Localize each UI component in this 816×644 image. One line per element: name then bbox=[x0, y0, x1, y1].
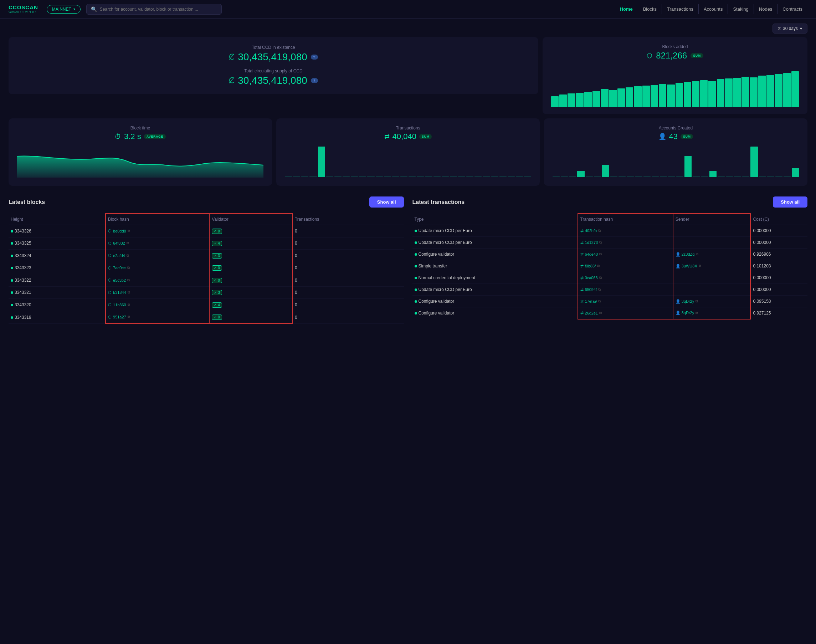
copy-icon[interactable]: ⧉ bbox=[599, 311, 602, 315]
copy-icon[interactable]: ⧉ bbox=[695, 299, 698, 304]
block-icon: ⬡ bbox=[108, 302, 112, 307]
hash-link[interactable]: 17efa9 bbox=[585, 299, 597, 304]
mini-bar bbox=[577, 171, 584, 177]
copy-icon[interactable]: ⧉ bbox=[599, 240, 602, 245]
table-row[interactable]: Configure validator ⇄ 17efa9 ⧉ 👤 3qDr2y … bbox=[412, 296, 808, 307]
hash-link[interactable]: b31844 bbox=[113, 290, 126, 294]
hash-link[interactable]: 7ae0cc bbox=[113, 266, 126, 270]
sender-link[interactable]: 👤 3qDr2y ⧉ bbox=[675, 311, 748, 315]
validator-cell: ✓3 bbox=[209, 286, 292, 299]
block-icon: ⬡ bbox=[108, 253, 112, 258]
hash-link[interactable]: e2afd4 bbox=[113, 253, 125, 258]
blocks-icon: ⬡ bbox=[647, 52, 652, 60]
nav-blocks[interactable]: Blocks bbox=[638, 4, 662, 14]
nav-transactions[interactable]: Transactions bbox=[662, 4, 699, 14]
hash-link[interactable]: 64f832 bbox=[113, 241, 125, 245]
mini-bar bbox=[619, 176, 626, 177]
header: CCOSCAN version 1.5.21/1.8.1 MAINNET ▾ 🔍… bbox=[0, 0, 816, 18]
nav-nodes[interactable]: Nodes bbox=[754, 4, 778, 14]
col-tx-hash: Transaction hash bbox=[578, 213, 673, 225]
nav-accounts[interactable]: Accounts bbox=[699, 4, 728, 14]
table-row[interactable]: Configure validator ⇄ b4de40 ⧉ 👤 2z3dZq … bbox=[412, 248, 808, 260]
block-height: 3343324 bbox=[9, 250, 106, 262]
hash-link[interactable]: 0ca063 bbox=[585, 276, 598, 280]
hash-link[interactable]: f0b86f bbox=[585, 264, 596, 268]
bar bbox=[568, 94, 575, 107]
block-hash: ⬡ be0dd8 ⧉ bbox=[106, 225, 209, 238]
blocks-show-all-button[interactable]: Show all bbox=[369, 196, 404, 207]
copy-icon[interactable]: ⧉ bbox=[127, 253, 129, 258]
copy-icon[interactable]: ⧉ bbox=[599, 276, 602, 280]
copy-icon[interactable]: ⧉ bbox=[696, 252, 698, 256]
main-content: ⧖ 30 days ▾ Total CCD in existence Ȼ 30,… bbox=[0, 18, 816, 332]
table-row[interactable]: 3343320 ⬡ 11b360 ⧉ ✓4 0 bbox=[9, 299, 404, 311]
copy-icon[interactable]: ⧉ bbox=[598, 287, 601, 292]
latest-transactions-panel: Latest transactions Show all Type Transa… bbox=[412, 196, 808, 324]
table-row[interactable]: Update micro CCD per Euro ⇄ d02bfb ⧉ 0.0… bbox=[412, 225, 808, 237]
table-row[interactable]: Configure validator ⇄ 26d2e1 ⧉ 👤 3qDr2y … bbox=[412, 307, 808, 319]
tx-sender: 👤 3qDr2y ⧉ bbox=[673, 296, 751, 307]
nav-contracts[interactable]: Contracts bbox=[778, 4, 807, 14]
bar bbox=[667, 84, 675, 107]
hash-link[interactable]: be0dd8 bbox=[113, 229, 126, 233]
network-selector[interactable]: MAINNET ▾ bbox=[47, 5, 81, 14]
copy-icon[interactable]: ⧉ bbox=[699, 264, 701, 268]
hash-link[interactable]: 26d2e1 bbox=[585, 311, 598, 315]
table-row[interactable]: Update micro CCD per Euro ⇄ 1d1273 ⧉ 0.0… bbox=[412, 237, 808, 248]
tx-icon: ⇄ bbox=[580, 276, 583, 280]
mini-bar bbox=[709, 171, 716, 177]
block-hash: ⬡ e5c3b2 ⧉ bbox=[106, 274, 209, 287]
table-row[interactable]: Update micro CCD per Euro ⇄ 65094f ⧉ 0.0… bbox=[412, 284, 808, 296]
mini-bar bbox=[610, 176, 617, 177]
copy-icon[interactable]: ⧉ bbox=[695, 311, 698, 315]
hash-link[interactable]: b4de40 bbox=[585, 252, 598, 256]
hash-link[interactable]: e5c3b2 bbox=[113, 278, 126, 282]
copy-icon[interactable]: ⧉ bbox=[128, 315, 130, 319]
copy-icon[interactable]: ⧉ bbox=[597, 264, 600, 268]
table-row[interactable]: Normal credential deployment ⇄ 0ca063 ⧉ … bbox=[412, 272, 808, 284]
copy-icon[interactable]: ⧉ bbox=[127, 241, 129, 245]
block-icon: ⬡ bbox=[108, 228, 112, 233]
block-height: 3343319 bbox=[9, 311, 106, 324]
nav-staking[interactable]: Staking bbox=[728, 4, 753, 14]
table-row[interactable]: 3343323 ⬡ 7ae0cc ⧉ ✓0 0 bbox=[9, 262, 404, 274]
chevron-down-icon: ▾ bbox=[73, 7, 75, 11]
copy-icon[interactable]: ⧉ bbox=[598, 228, 601, 233]
bar bbox=[617, 89, 625, 107]
tx-bar-chart bbox=[285, 145, 531, 177]
copy-icon[interactable]: ⧉ bbox=[127, 266, 130, 270]
blocks-thead: Height Block hash Validator Transactions bbox=[9, 213, 404, 225]
tx-cost: 0.000000 bbox=[750, 225, 807, 237]
table-row[interactable]: 3343321 ⬡ b31844 ⧉ ✓3 0 bbox=[9, 286, 404, 299]
copy-icon[interactable]: ⧉ bbox=[598, 299, 601, 304]
txs-show-all-button[interactable]: Show all bbox=[773, 196, 807, 207]
hash-link[interactable]: d02bfb bbox=[585, 228, 597, 233]
sender-link[interactable]: 👤 3qDr2y ⧉ bbox=[675, 299, 748, 304]
sender-link[interactable]: 👤 2z3dZq ⧉ bbox=[675, 252, 748, 257]
mini-bar bbox=[718, 176, 725, 177]
tx-sender: 👤 2z3dZq ⧉ bbox=[673, 248, 751, 260]
tx-icon: ⇄ bbox=[580, 311, 583, 315]
copy-icon[interactable]: ⧉ bbox=[128, 229, 130, 233]
filter-button[interactable]: ⧖ 30 days ▾ bbox=[773, 23, 807, 34]
sender-link[interactable]: 👤 3uWU8X ⧉ bbox=[675, 264, 748, 268]
copy-icon[interactable]: ⧉ bbox=[128, 303, 130, 307]
copy-icon[interactable]: ⧉ bbox=[128, 290, 130, 294]
tx-hash: ⇄ 1d1273 ⧉ bbox=[578, 237, 673, 248]
nav-home[interactable]: Home bbox=[615, 4, 638, 14]
table-row[interactable]: 3343319 ⬡ 951a27 ⧉ ✓0 0 bbox=[9, 311, 404, 324]
table-row[interactable]: 3343322 ⬡ e5c3b2 ⧉ ✓0 0 bbox=[9, 274, 404, 287]
table-row[interactable]: 3343325 ⬡ 64f832 ⧉ ✓4 0 bbox=[9, 237, 404, 250]
copy-icon[interactable]: ⧉ bbox=[599, 252, 602, 256]
search-input[interactable] bbox=[100, 7, 217, 12]
table-row[interactable]: 3343324 ⬡ e2afd4 ⧉ ✓3 0 bbox=[9, 250, 404, 262]
hash-link[interactable]: 65094f bbox=[585, 287, 597, 292]
mini-bar bbox=[466, 176, 473, 177]
table-row[interactable]: 3343326 ⬡ be0dd8 ⧉ ✓0 0 bbox=[9, 225, 404, 238]
hash-link[interactable]: 951a27 bbox=[113, 315, 126, 319]
copy-icon[interactable]: ⧉ bbox=[127, 278, 130, 282]
table-row[interactable]: Simple transfer ⇄ f0b86f ⧉ 👤 3uWU8X ⧉ 0.… bbox=[412, 260, 808, 272]
hash-link[interactable]: 1d1273 bbox=[585, 240, 598, 245]
hash-link[interactable]: 11b360 bbox=[113, 303, 126, 307]
search-bar: 🔍 bbox=[86, 4, 222, 15]
